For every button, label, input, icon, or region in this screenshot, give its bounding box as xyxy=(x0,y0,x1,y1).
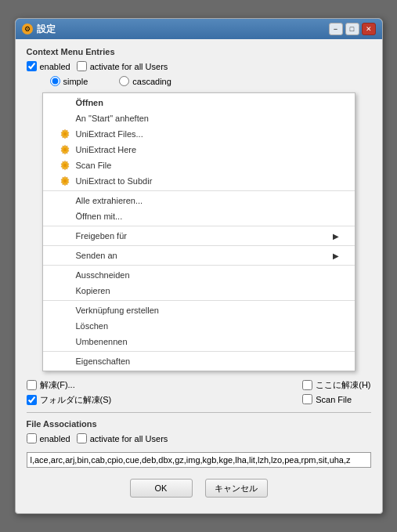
menu-item-icon-spacer xyxy=(59,210,71,223)
fa-activate-label: activate for all Users xyxy=(90,434,168,443)
menu-item-text: Senden an xyxy=(76,251,117,260)
folder-checkbox-label[interactable]: フォルダに解凍(S) xyxy=(27,394,112,406)
menu-item-icon-spacer xyxy=(59,284,71,297)
enabled-checkbox-label[interactable]: enabled xyxy=(27,61,70,71)
activate-all-checkbox-label[interactable]: activate for all Users xyxy=(77,61,168,71)
fa-activate-all-checkbox[interactable] xyxy=(77,433,87,443)
titlebar-left: ⚙ 設定 xyxy=(22,23,56,36)
file-associations-section: File Associations enabled activate for a… xyxy=(27,419,371,468)
menu-item-text: UniExtract Here xyxy=(76,145,137,154)
menu-item-icon-spacer xyxy=(59,112,71,125)
fa-enabled-checkbox-label[interactable]: enabled xyxy=(27,433,70,443)
extract-label: 解凍(F)... xyxy=(40,379,75,391)
restore-button[interactable]: □ xyxy=(345,23,359,35)
menu-item-text: Freigeben für xyxy=(76,231,127,241)
context-menu-section-label: Context Menu Entries xyxy=(27,47,371,56)
titlebar: ⚙ 設定 − □ ✕ xyxy=(16,19,382,39)
bottom-right-checkboxes: ここに解凍(H) Scan File xyxy=(302,379,370,406)
cascading-label: cascading xyxy=(132,77,171,86)
menu-item-scan-file: Scan File xyxy=(43,157,355,173)
activate-all-label: activate for all Users xyxy=(90,62,168,71)
file-assoc-label: File Associations xyxy=(27,419,371,429)
menu-item-uniextract-files: UniExtract Files... xyxy=(43,126,355,142)
simple-radio[interactable] xyxy=(50,76,60,86)
close-button[interactable]: ✕ xyxy=(362,23,376,35)
menu-item-icon-spacer xyxy=(59,249,71,262)
menu-item-icon-spacer xyxy=(59,320,71,332)
cascading-radio[interactable] xyxy=(119,76,129,86)
titlebar-buttons: − □ ✕ xyxy=(329,23,376,35)
here-checkbox-label[interactable]: ここに解凍(H) xyxy=(302,379,370,391)
cancel-button[interactable]: キャンセル xyxy=(205,479,268,498)
folder-label: フォルダに解凍(S) xyxy=(40,394,112,406)
here-checkbox[interactable] xyxy=(302,380,312,390)
menu-item-text: Scan File xyxy=(76,161,112,170)
menu-item-ausschneiden: Ausschneiden xyxy=(43,267,355,283)
menu-item-arrow: ▶ xyxy=(333,232,339,241)
menu-item-icon-spacer xyxy=(59,269,71,281)
menu-item-oeffnen: Öffnen xyxy=(43,95,355,110)
enabled-label: enabled xyxy=(40,62,70,71)
extract-checkbox-label[interactable]: 解凍(F)... xyxy=(27,379,112,391)
menu-item-text: UniExtract to Subdir xyxy=(76,176,153,186)
menu-separator xyxy=(43,190,355,191)
menu-item-kopieren: Kopieren xyxy=(43,283,355,299)
menu-item-icon-spacer xyxy=(59,194,71,207)
menu-item-umbenennen: Umbenennen xyxy=(43,334,355,349)
ok-button[interactable]: OK xyxy=(130,479,193,498)
minimize-button[interactable]: − xyxy=(329,23,343,35)
here-label: ここに解凍(H) xyxy=(316,379,370,391)
fa-activate-all-label[interactable]: activate for all Users xyxy=(77,433,168,443)
menu-item-senden: Senden an▶ xyxy=(43,248,355,263)
menu-item-alle: Alle extrahieren... xyxy=(43,193,355,208)
menu-item-text: Eigenschaften xyxy=(76,356,131,366)
menu-item-icon xyxy=(59,159,71,172)
menu-item-verknuepfung: Verknüpfung erstellen xyxy=(43,302,355,318)
enabled-checkbox[interactable] xyxy=(27,61,37,71)
menu-separator xyxy=(43,245,355,246)
content-area: Context Menu Entries enabled activate fo… xyxy=(16,39,382,513)
menu-item-start: An "Start" anheften xyxy=(43,110,355,126)
extensions-input[interactable] xyxy=(27,452,371,468)
menu-item-text: Ausschneiden xyxy=(76,270,130,280)
menu-item-eigenschaften: Eigenschaften xyxy=(43,353,355,369)
activate-all-checkbox[interactable] xyxy=(77,61,87,71)
menu-item-icon xyxy=(59,143,71,156)
window-title: 設定 xyxy=(37,23,56,36)
menu-item-loeschen: Löschen xyxy=(43,318,355,334)
menu-item-text: Verknüpfung erstellen xyxy=(76,306,159,315)
menu-item-text: Kopieren xyxy=(76,286,110,295)
menu-item-text: UniExtract Files... xyxy=(76,129,143,139)
folder-checkbox[interactable] xyxy=(27,395,37,405)
menu-item-uniextract-here: UniExtract Here xyxy=(43,142,355,157)
context-menu-preview: ÖffnenAn "Start" anheften UniExtract Fil… xyxy=(42,92,355,371)
menu-item-text: Öffnen xyxy=(76,98,103,107)
button-row: OK キャンセル xyxy=(27,479,371,498)
menu-item-icon-spacer xyxy=(59,96,71,109)
cascading-radio-label[interactable]: cascading xyxy=(119,76,171,86)
scan-checkbox-label[interactable]: Scan File xyxy=(302,394,370,404)
scan-checkbox[interactable] xyxy=(302,394,312,404)
simple-label: simple xyxy=(63,77,88,86)
radio-group: simple cascading xyxy=(50,76,371,86)
fa-enabled-checkbox[interactable] xyxy=(27,433,37,443)
scan-label: Scan File xyxy=(316,395,352,404)
menu-separator xyxy=(43,265,355,266)
divider xyxy=(27,412,371,413)
svg-point-5 xyxy=(63,164,66,167)
extract-checkbox[interactable] xyxy=(27,380,37,390)
svg-point-3 xyxy=(63,148,66,151)
menu-item-text: Umbenennen xyxy=(76,337,128,346)
menu-separator xyxy=(43,226,355,226)
svg-point-7 xyxy=(63,179,66,183)
enabled-row: enabled activate for all Users xyxy=(27,61,371,71)
menu-separator xyxy=(43,300,355,301)
menu-separator xyxy=(43,351,355,352)
menu-item-uniextract-subdir: UniExtract to Subdir xyxy=(43,173,355,189)
simple-radio-label[interactable]: simple xyxy=(50,76,88,86)
svg-point-1 xyxy=(63,132,66,136)
menu-item-icon-spacer xyxy=(59,304,71,317)
menu-item-text: Alle extrahieren... xyxy=(76,196,143,205)
menu-item-icon xyxy=(59,128,71,140)
menu-item-icon-spacer xyxy=(59,355,71,367)
